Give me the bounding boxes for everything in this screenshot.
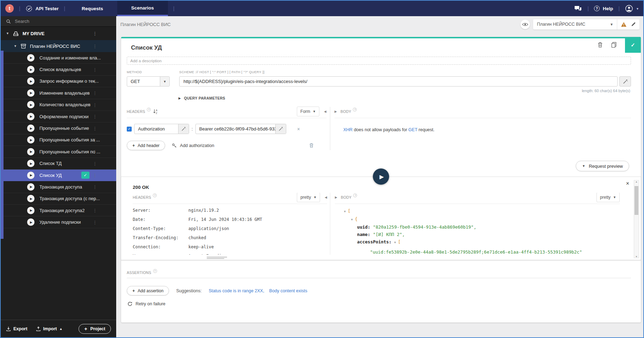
account-menu-caret-icon[interactable]: ▾ bbox=[637, 7, 638, 11]
body-help-icon[interactable]: ? bbox=[353, 108, 357, 111]
scenario-item[interactable]: ▶ Список ТД ⋮ bbox=[1, 158, 116, 170]
scenario-item[interactable]: ▶ Запрос информации о тек... ⋮ bbox=[1, 76, 116, 87]
scenario-item[interactable]: ▶ Пропущенные события по ... ⋮ bbox=[1, 146, 116, 158]
response-headers-help-icon[interactable]: ? bbox=[153, 193, 157, 197]
run-scenario-button[interactable]: ▶ bbox=[373, 168, 389, 185]
collapse-node-icon[interactable]: ▼ bbox=[394, 241, 396, 244]
url-expression-button[interactable] bbox=[619, 76, 631, 87]
expression-wand-icon[interactable] bbox=[178, 124, 189, 134]
add-assertion-button[interactable]: + Add assertion bbox=[127, 286, 169, 295]
xhr-link[interactable]: XHR bbox=[343, 127, 352, 132]
play-icon[interactable]: ▶ bbox=[27, 66, 35, 73]
sidebar-item-my-drive[interactable]: ▼ MY DRIVE ⋮ bbox=[1, 27, 116, 40]
add-header-button[interactable]: + Add header bbox=[127, 141, 165, 150]
scenario-menu-icon[interactable]: ⋮ bbox=[93, 196, 97, 201]
export-button[interactable]: Export bbox=[6, 326, 27, 331]
header-enabled-checkbox[interactable]: ✓ bbox=[127, 127, 132, 132]
scenario-item[interactable]: ▶ Удаление подписки ⋮ bbox=[1, 216, 116, 228]
scenario-menu-icon[interactable]: ⋮ bbox=[93, 219, 97, 225]
scenario-item[interactable]: ▶ Транзакция доступа ⋮ bbox=[1, 181, 116, 193]
scroll-down-icon[interactable]: ▼ bbox=[635, 255, 638, 258]
play-icon[interactable]: ▶ bbox=[27, 125, 35, 132]
response-horizontal-scrollbar[interactable] bbox=[207, 257, 227, 259]
play-icon[interactable]: ▶ bbox=[27, 148, 35, 155]
play-icon[interactable]: ▶ bbox=[27, 136, 35, 144]
collapse-pane-left-icon[interactable]: ◀ bbox=[324, 110, 326, 113]
remove-header-icon[interactable]: × bbox=[297, 126, 300, 132]
collapse-pane-left-icon[interactable]: ◀ bbox=[325, 196, 327, 199]
environment-selector[interactable]: Плагин НЕЙРОСС ВИС ▼ bbox=[533, 19, 639, 30]
scenario-item[interactable]: ▶ Оформление подписки ⋮ bbox=[1, 111, 116, 122]
play-icon[interactable]: ▶ bbox=[27, 89, 35, 97]
scenario-item[interactable]: ▶ Пропущенные события за ... ⋮ bbox=[1, 134, 116, 146]
scrollbar-thumb[interactable] bbox=[634, 186, 638, 215]
get-link[interactable]: GET bbox=[408, 127, 417, 132]
scenario-item[interactable]: ▶ Транзакция доступа2 ⋮ bbox=[1, 205, 116, 216]
environment-warning-icon[interactable] bbox=[621, 22, 627, 27]
scenario-item[interactable]: ▶ Пропущенные событие ⋮ bbox=[1, 122, 116, 134]
scenario-menu-icon[interactable]: ⋮ bbox=[93, 126, 97, 131]
play-icon[interactable]: ▶ bbox=[27, 218, 35, 226]
tab-scenarios[interactable]: Scenarios bbox=[117, 1, 168, 16]
headers-view-select[interactable]: Form ▼ bbox=[297, 107, 319, 116]
new-project-button[interactable]: + Project bbox=[79, 324, 111, 334]
sidebar-item-project[interactable]: ▼ Плагин НЕЙРОСС ВИС ⋮ bbox=[1, 40, 116, 52]
add-authorization-button[interactable]: Add authorization bbox=[172, 143, 214, 148]
scenario-menu-icon[interactable]: ⋮ bbox=[93, 184, 97, 190]
scenario-item[interactable]: ▶ Транзакция доступа (с пер... ⋮ bbox=[1, 193, 116, 205]
collapse-node-icon[interactable]: ▼ bbox=[344, 210, 346, 213]
scenario-menu-icon[interactable]: ⋮ bbox=[93, 149, 97, 154]
search-input[interactable]: Search bbox=[1, 16, 116, 27]
environment-edit-icon[interactable] bbox=[631, 22, 636, 27]
environment-preview-button[interactable] bbox=[520, 20, 530, 29]
save-button[interactable]: ✓ bbox=[625, 37, 641, 53]
close-response-icon[interactable]: × bbox=[626, 181, 629, 186]
assertions-help-icon[interactable]: ? bbox=[153, 269, 157, 273]
play-icon[interactable]: ▶ bbox=[27, 172, 35, 179]
scenario-menu-icon[interactable]: ⋮ bbox=[93, 114, 97, 119]
feedback-chat-icon[interactable] bbox=[574, 5, 582, 12]
scenario-menu-icon[interactable]: ⋮ bbox=[93, 90, 97, 96]
retry-on-failure-toggle[interactable]: Retry on failure bbox=[127, 301, 631, 306]
scenario-menu-icon[interactable]: ⋮ bbox=[93, 102, 97, 107]
help-button[interactable]: ? Help bbox=[594, 6, 613, 11]
request-preview-button[interactable]: ▼ Request preview bbox=[576, 161, 629, 171]
scenario-menu-icon[interactable]: ⋮ bbox=[93, 208, 97, 213]
expression-wand-icon[interactable] bbox=[275, 124, 286, 134]
scenario-title[interactable]: Список УД bbox=[121, 38, 641, 51]
scenario-item[interactable]: ▶ Изменение владельцев ⋮ bbox=[1, 87, 116, 99]
description-input[interactable]: Add a description bbox=[127, 57, 631, 65]
scenario-menu-icon[interactable]: ⋮ bbox=[93, 67, 97, 72]
drive-menu-icon[interactable]: ⋮ bbox=[93, 31, 97, 36]
delete-headers-icon[interactable] bbox=[309, 143, 314, 148]
delete-scenario-icon[interactable] bbox=[598, 42, 603, 48]
play-icon[interactable]: ▶ bbox=[27, 195, 35, 202]
scenario-menu-icon[interactable]: ⋮ bbox=[93, 78, 97, 84]
scenario-menu-icon[interactable]: ⋮ bbox=[93, 55, 97, 60]
collapse-caret-icon[interactable]: ▼ bbox=[14, 44, 17, 48]
header-name-input[interactable]: Authorization bbox=[134, 124, 189, 134]
play-icon[interactable]: ▶ bbox=[27, 54, 35, 62]
play-icon[interactable]: ▶ bbox=[27, 183, 35, 191]
response-headers-format-select[interactable]: pretty ▼ bbox=[297, 193, 320, 202]
response-body-format-select[interactable]: pretty ▼ bbox=[596, 193, 620, 202]
project-menu-icon[interactable]: ⋮ bbox=[93, 44, 97, 49]
expand-pane-right-icon[interactable]: ▶ bbox=[335, 196, 337, 199]
account-icon[interactable] bbox=[625, 5, 633, 13]
expand-pane-right-icon[interactable]: ▶ bbox=[334, 110, 337, 113]
collapse-caret-icon[interactable]: ▼ bbox=[6, 32, 9, 35]
play-icon[interactable]: ▶ bbox=[27, 77, 35, 85]
sort-az-icon[interactable]: AZ bbox=[153, 109, 158, 114]
play-icon[interactable]: ▶ bbox=[27, 113, 35, 120]
url-input[interactable]: http://${ADDRESS}/plugin/eis-pacs-integr… bbox=[179, 76, 618, 87]
suggestion-link[interactable]: Status code is in range 2XX, bbox=[209, 288, 264, 293]
duplicate-scenario-icon[interactable] bbox=[611, 42, 617, 48]
json-field-access-points[interactable]: accessPoints: ▼[ bbox=[357, 238, 620, 246]
response-vertical-scrollbar[interactable]: ▲ ▼ bbox=[634, 180, 639, 258]
method-select[interactable]: GET ▼ bbox=[127, 76, 170, 87]
scenario-menu-icon[interactable]: ⋮ bbox=[93, 161, 97, 166]
play-icon[interactable]: ▶ bbox=[27, 207, 35, 214]
play-icon[interactable]: ▶ bbox=[27, 101, 35, 108]
scenario-item[interactable]: ▶ Список УД ✓ ⋮ bbox=[1, 170, 116, 181]
scenario-item[interactable]: ▶ Создание и изменение вла... ⋮ bbox=[1, 52, 116, 64]
